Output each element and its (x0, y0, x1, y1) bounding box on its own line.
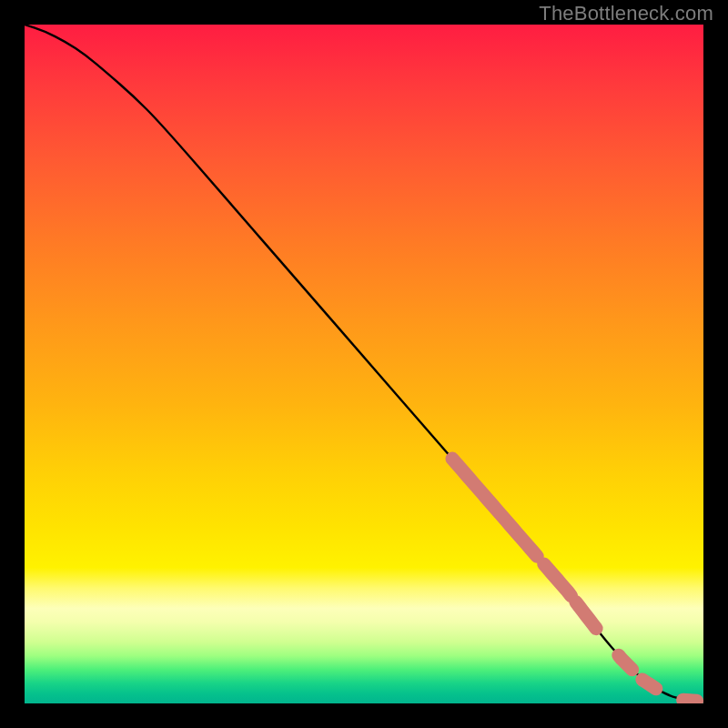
marker-segment (576, 602, 596, 629)
curve-line (25, 25, 703, 702)
curve-svg (25, 25, 703, 703)
plot-area (25, 25, 703, 703)
chart-frame: TheBottleneck.com (0, 0, 728, 728)
marker-segment (683, 700, 697, 701)
marker-segment (642, 680, 656, 689)
curve-markers (452, 459, 697, 701)
marker-segment (544, 564, 571, 596)
attribution-text: TheBottleneck.com (539, 2, 713, 25)
marker-segment (619, 655, 632, 670)
marker-segment (452, 459, 537, 556)
